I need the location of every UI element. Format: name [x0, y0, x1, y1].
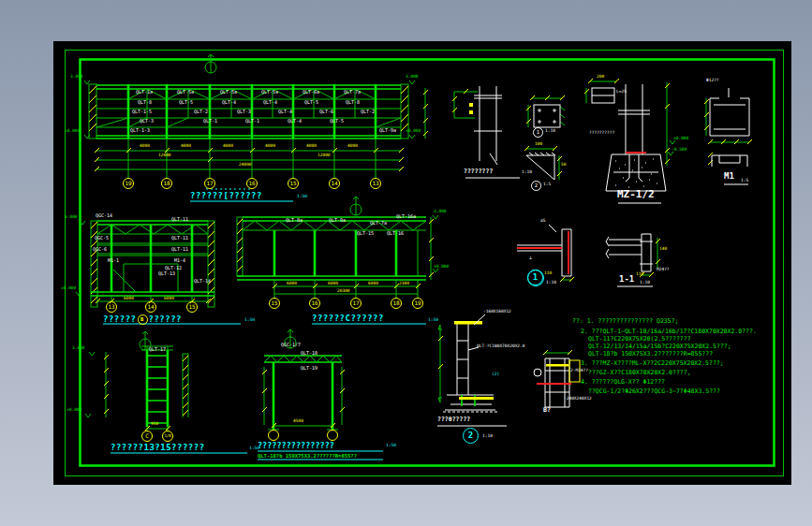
- leader-label: Φ12??: [706, 79, 719, 83]
- dim-label: 4000: [181, 144, 191, 149]
- member-label: QLT-4: [278, 110, 292, 115]
- detail-number-bubble: 2: [463, 428, 479, 444]
- member-label: QLT-5: [304, 100, 318, 106]
- dim-label: 110: [544, 271, 552, 276]
- dim-label: 950: [151, 422, 158, 427]
- member-label: M1-1: [108, 258, 119, 264]
- level-label: 3.000: [70, 75, 83, 80]
- member-label: QLT-9a: [379, 128, 396, 134]
- level-label: ±0.000: [65, 129, 80, 134]
- note-line: ??: 1. ??????????????? Q235?;: [572, 318, 679, 325]
- leader-label: -160X160X12: [483, 310, 511, 314]
- grid-bubble: 13: [370, 178, 381, 189]
- member-label: QLT-4: [263, 100, 277, 106]
- desktop-background: { "plan": { "title": "??????[??????", "s…: [0, 0, 812, 526]
- member-label: QLT-7a: [344, 90, 361, 95]
- member-label: QLT-11: [171, 236, 188, 241]
- drawing-canvas: QLT-1a QLT-5a QLT-5a QLT-5a QLT-6a QLT-7…: [53, 41, 791, 485]
- level-label: -0.500: [672, 148, 687, 153]
- dim-label: 4000: [140, 144, 150, 149]
- dim-label: 6000: [124, 297, 134, 301]
- scale-label: 1:5: [741, 179, 748, 183]
- scale-label: 1:50: [244, 318, 255, 323]
- dim-label: 50: [561, 163, 566, 168]
- member-label: QGC-5: [95, 236, 109, 241]
- grid-bubble: 15: [288, 178, 299, 189]
- cad-linework: [53, 41, 791, 485]
- member-label: QLT-3: [140, 119, 154, 124]
- level-label: 3.000: [65, 215, 78, 220]
- member-label: QLT-17: [149, 347, 166, 353]
- member-label: QLT-18: [301, 351, 317, 357]
- level-label: ±0.000: [406, 129, 421, 134]
- scale-label: 1:10: [545, 129, 555, 134]
- level-label: 3.000: [434, 210, 447, 214]
- grid-bubble: 18: [161, 178, 172, 189]
- detail-number-bubble: 2: [531, 181, 541, 191]
- member-label: QLT-1a: [136, 90, 153, 95]
- elevation-b-title: ??????B??????: [103, 314, 182, 325]
- member-label: QLT-15: [357, 231, 374, 237]
- scale-label: 1:5: [543, 183, 551, 187]
- grid-bubble: 15: [186, 301, 198, 313]
- dim-label: 20300: [337, 289, 350, 294]
- grid-bubble: 14: [145, 301, 156, 313]
- member-label: QLT-6: [319, 110, 333, 115]
- member-label: QLT-5a: [177, 90, 194, 95]
- plan-title: ??????[??????: [190, 192, 262, 201]
- member-label: QLT-16: [387, 231, 404, 237]
- dim-label: 24000: [239, 163, 252, 168]
- member-label: QLT-1: [203, 119, 217, 124]
- weld-label: a5: [540, 219, 545, 224]
- dim-label: 4000: [347, 144, 358, 149]
- outer-frame: [66, 51, 784, 476]
- grid-bubble: 16: [309, 298, 320, 309]
- level-label: 3.000: [406, 75, 419, 80]
- portal-title: ????????????????: [258, 442, 334, 450]
- dim-label: 6000: [287, 282, 297, 286]
- member-label: QLT-9a: [329, 218, 346, 224]
- level-label: ±0.000: [61, 286, 76, 291]
- member-label: QLT-8: [138, 100, 152, 106]
- hatch-note: ??????????: [589, 131, 614, 136]
- dim-label: 6000: [368, 282, 378, 286]
- column-detail-label: ????????: [464, 168, 493, 175]
- leader-label: -240X240X12: [564, 397, 592, 402]
- member-label: QLT-13: [158, 271, 175, 277]
- member-label: QGC-6: [93, 247, 107, 253]
- member-label: QLT-8: [346, 100, 360, 106]
- grid-bubble: [327, 430, 338, 441]
- grid-bubble: 15: [269, 298, 280, 309]
- note-line: 4. ??????QLG-X?? Φ12???: [581, 379, 665, 386]
- weld-symbol: ⊥: [529, 256, 532, 261]
- scale-label: 1:10: [640, 281, 650, 285]
- dim-label: 6000: [164, 297, 174, 301]
- section-label: 1-1: [619, 275, 634, 285]
- member-label: QLT-16a: [396, 214, 416, 220]
- level-label: 3.000: [72, 346, 85, 351]
- member-label: QLT-7a: [370, 221, 387, 226]
- detail-number-bubble: 1: [527, 270, 543, 285]
- grid-bubble: 1/B: [162, 431, 173, 442]
- member-label: QLT-5: [179, 100, 193, 106]
- note-line: ??QCG-1/2?Φ26X2???QCG-3~7?Φ48X3.5???: [588, 388, 720, 395]
- leader-label: QLT-?C180X70X20X2.0: [477, 344, 524, 349]
- dim-label: 4500: [293, 419, 303, 424]
- boxdetail-label: L=25: [616, 90, 627, 95]
- grid-bubble: C: [141, 431, 153, 442]
- scale-label: 1:10: [546, 281, 556, 285]
- scale-label: 1:50: [386, 444, 396, 448]
- member-label: QLT-4: [288, 119, 302, 124]
- dim-label: 2300: [399, 282, 409, 286]
- member-label: QLT-5a: [220, 90, 237, 95]
- dim-label: 100: [535, 142, 542, 147]
- member-label: QLT-14: [194, 279, 211, 285]
- bdetail-label: B?: [543, 407, 551, 414]
- scale-label: 1:10: [482, 434, 493, 439]
- level-label: ±0.000: [673, 137, 688, 141]
- leader-label: 2-M24??: [570, 369, 588, 373]
- member-label: QLT-1-5: [132, 110, 152, 115]
- portal-subtitle: QLT-18?b 150X75X3.2??????R=855??: [258, 453, 357, 459]
- leader-label: (2): [492, 373, 499, 377]
- grid-bubble: 18: [391, 298, 402, 309]
